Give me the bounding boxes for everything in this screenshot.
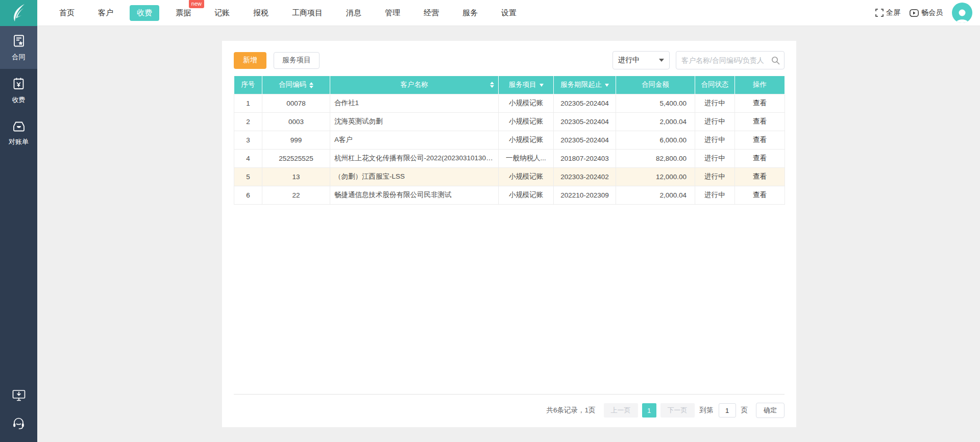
nav-item-5[interactable]: 报税 [246,5,276,21]
cell-status: 进行中 [695,131,735,149]
app-logo[interactable] [0,0,37,26]
cell-amount: 2,000.04 [616,112,695,131]
sort-icon[interactable] [490,82,494,88]
nav-item-7[interactable]: 消息 [339,5,369,21]
sidebar-item-label: 对账单 [9,137,29,146]
table-row[interactable]: 622畅捷通信息技术股份有限公司民非测试小规模记账202210-2023092,… [234,186,785,204]
table-row[interactable]: 20003沈海英测试勿删小规模记账202305-2024042,000.04进行… [234,112,785,131]
cell-amount: 5,400.00 [616,94,695,112]
status-filter-value: 进行中 [618,56,640,65]
cell-service: 小规模记账 [499,131,554,149]
avatar[interactable] [952,3,972,23]
nav-item-11[interactable]: 设置 [494,5,524,21]
filter-caret-icon[interactable] [540,84,544,87]
contracts-panel: 新增 服务项目 进行中 序号合同编码客户名称服务项目服务期限起止合同金额合同状态… [222,41,796,427]
status-filter-select[interactable]: 进行中 [612,51,670,69]
fullscreen-icon [875,9,884,17]
cell-index: 5 [234,167,262,186]
cell-index: 6 [234,186,262,204]
fullscreen-label: 全屏 [886,8,900,17]
add-button[interactable]: 新增 [234,52,266,69]
cell-code: 13 [262,167,330,186]
goto-suffix: 页 [741,406,748,415]
nav-item-9[interactable]: 经营 [416,5,446,21]
column-header-2[interactable]: 客户名称 [330,76,499,94]
nav-item-1[interactable]: 客户 [91,5,120,21]
goto-page-input[interactable] [719,403,736,418]
cell-customer: 畅捷通信息技术股份有限公司民非测试 [330,186,499,204]
prev-page-button[interactable]: 上一页 [604,403,638,418]
nav-item-3[interactable]: 票据new [168,5,198,21]
toolbar: 新增 服务项目 进行中 [234,51,785,69]
search-input[interactable] [681,56,771,64]
cell-action: 查看 [735,131,785,149]
next-page-button[interactable]: 下一页 [660,403,695,418]
statement-icon [12,120,26,134]
fullscreen-button[interactable]: 全屏 [875,8,900,17]
nav-item-6[interactable]: 工商项目 [285,5,330,21]
cell-customer: 沈海英测试勿删 [330,112,499,131]
column-header-7: 操作 [735,76,785,94]
sidebar-item-label: 收费 [12,95,26,105]
table-row[interactable]: 100078合作社1小规模记账202305-2024045,400.00进行中查… [234,94,785,112]
nav-item-10[interactable]: 服务 [455,5,485,21]
sidebar-item-2[interactable]: 对账单 [0,112,37,154]
cell-customer: A客户 [330,131,499,149]
cell-customer: 合作社1 [330,94,499,112]
contract-icon [12,34,26,49]
nav-item-2[interactable]: 收费 [130,5,159,21]
customer-service-icon[interactable] [12,417,25,432]
cell-status: 进行中 [695,167,735,186]
column-header-1[interactable]: 合同编码 [262,76,330,94]
sidebar: 合同收费对账单 [0,26,37,442]
cell-amount: 82,800.00 [616,149,695,167]
cell-service: 小规模记账 [499,94,554,112]
view-link[interactable]: 查看 [753,154,767,162]
cell-index: 2 [234,112,262,131]
cell-action: 查看 [735,94,785,112]
sidebar-bottom [0,389,37,442]
table-row[interactable]: 4252525525杭州杠上花文化传播有限公司-2022(20230310130… [234,149,785,167]
view-link[interactable]: 查看 [753,173,767,180]
cell-status: 进行中 [695,112,735,131]
view-link[interactable]: 查看 [753,99,767,107]
view-link[interactable]: 查看 [753,136,767,143]
user-silhouette-icon [955,8,969,23]
cell-period: 202210-202309 [554,186,616,204]
column-header-3[interactable]: 服务项目 [499,76,554,94]
cell-customer: （勿删）江西服宝-LSS [330,167,499,186]
cell-action: 查看 [735,186,785,204]
cell-status: 进行中 [695,94,735,112]
sort-icon[interactable] [309,82,313,88]
table-row[interactable]: 513（勿删）江西服宝-LSS小规模记账202303-20240212,000.… [234,167,785,186]
record-summary: 共6条记录，1页 [546,406,595,415]
search-icon [771,56,780,65]
top-nav: 首页客户收费票据new记账报税工商项目消息管理经营服务设置 [47,0,528,26]
cell-period: 202305-202404 [554,94,616,112]
member-label: 畅会员 [921,8,943,17]
filter-caret-icon[interactable] [605,84,609,87]
nav-item-0[interactable]: 首页 [52,5,82,21]
column-header-4[interactable]: 服务期限起止 [554,76,616,94]
cell-period: 201807-202403 [554,149,616,167]
goto-confirm-button[interactable]: 确定 [756,403,785,418]
sidebar-item-1[interactable]: 收费 [0,69,37,112]
cell-service: 一般纳税人... [499,149,554,167]
contracts-table: 序号合同编码客户名称服务项目服务期限起止合同金额合同状态操作 100078合作社… [234,76,785,205]
cell-period: 202305-202404 [554,131,616,149]
nav-item-8[interactable]: 管理 [378,5,407,21]
download-client-icon[interactable] [12,389,26,404]
table-row[interactable]: 3999A客户小规模记账202305-2024046,000.00进行中查看 [234,131,785,149]
cell-code: 0003 [262,112,330,131]
cell-action: 查看 [735,167,785,186]
service-items-button[interactable]: 服务项目 [274,52,320,69]
page-number-button[interactable]: 1 [642,403,656,418]
cell-index: 3 [234,131,262,149]
nav-item-4[interactable]: 记账 [207,5,237,21]
view-link[interactable]: 查看 [753,117,767,125]
sidebar-item-0[interactable]: 合同 [0,26,37,69]
member-button[interactable]: 畅会员 [910,8,943,17]
column-header-5: 合同金额 [616,76,695,94]
view-link[interactable]: 查看 [753,191,767,199]
member-play-icon [910,9,919,17]
